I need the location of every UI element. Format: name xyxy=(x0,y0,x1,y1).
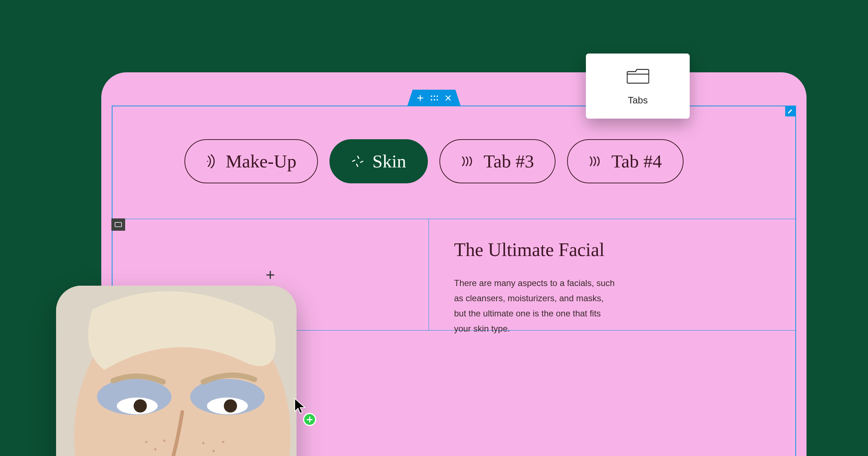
svg-point-16 xyxy=(154,448,157,451)
svg-point-17 xyxy=(163,440,166,442)
tab-make-up[interactable]: Make-Up xyxy=(184,139,318,183)
svg-point-18 xyxy=(202,442,205,444)
section-toolbar xyxy=(407,90,461,106)
add-widget-icon[interactable]: + xyxy=(265,266,275,284)
tab-3[interactable]: Tab #3 xyxy=(439,139,556,183)
drag-section-icon[interactable] xyxy=(430,95,438,101)
tab-skin[interactable]: Skin xyxy=(329,139,428,183)
svg-point-1 xyxy=(434,95,435,97)
close-section-icon[interactable] xyxy=(445,95,451,101)
tab-decor-icon xyxy=(589,155,603,168)
svg-point-0 xyxy=(431,95,432,97)
tab-decor-icon xyxy=(461,155,476,168)
widget-tooltip: Tabs xyxy=(586,54,690,119)
svg-rect-6 xyxy=(115,222,122,227)
content-body: There are many aspects to a facials, suc… xyxy=(454,276,617,336)
tab-label: Tab #3 xyxy=(484,151,534,172)
column-right[interactable]: The Ultimate Facial There are many aspec… xyxy=(429,219,796,331)
tabs-row: Make-Up Skin Tab #3 Tab #4 xyxy=(184,139,684,183)
tab-decor-icon xyxy=(351,155,364,168)
tab-label: Make-Up xyxy=(226,151,296,172)
tab-decor-icon xyxy=(206,154,218,169)
svg-point-15 xyxy=(145,441,148,443)
svg-point-2 xyxy=(437,95,438,97)
svg-point-4 xyxy=(434,99,435,101)
drop-add-icon xyxy=(303,413,316,426)
tab-label: Skin xyxy=(372,151,406,172)
edit-section-icon[interactable] xyxy=(785,106,795,116)
dragging-image[interactable] xyxy=(56,286,297,456)
folder-icon xyxy=(627,67,649,86)
tab-4[interactable]: Tab #4 xyxy=(567,139,683,183)
content-heading: The Ultimate Facial xyxy=(454,239,771,260)
svg-point-13 xyxy=(133,399,147,413)
svg-point-20 xyxy=(222,441,225,443)
svg-point-5 xyxy=(437,99,438,101)
svg-point-14 xyxy=(224,399,237,413)
svg-point-3 xyxy=(431,99,432,101)
svg-point-19 xyxy=(212,450,215,452)
tooltip-label: Tabs xyxy=(628,95,648,106)
column-handle-icon[interactable] xyxy=(111,218,125,231)
add-section-icon[interactable] xyxy=(417,94,424,102)
tab-label: Tab #4 xyxy=(611,151,661,172)
